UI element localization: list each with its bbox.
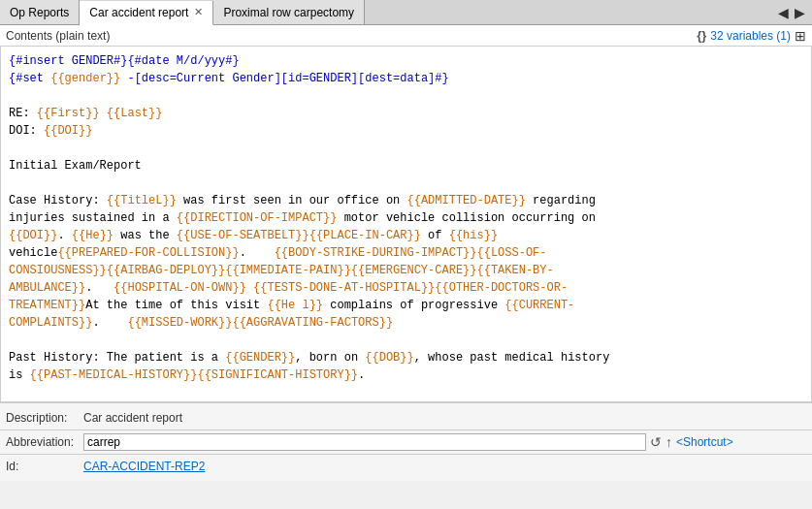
nav-right-arrow[interactable]: ▶ — [792, 5, 808, 20]
tabs-right-nav: ◀ ▶ — [775, 5, 812, 20]
tab-car-accident-label: Car accident report — [89, 6, 188, 19]
content-label: Contents (plain text) — [6, 29, 110, 43]
editor-line-3 — [9, 87, 803, 105]
editor-line-11: {{DOI}}. {{He}} was the {{USE-OF-SEATBEL… — [9, 227, 803, 244]
description-label: Description: — [6, 411, 83, 425]
description-row: Description: Car accident report — [0, 406, 812, 429]
editor-line-7: Initial Exam/Report — [9, 157, 803, 175]
editor-line-6 — [9, 140, 803, 157]
editor-line-8 — [9, 175, 803, 192]
editor-line-18: Past History: The patient is a {{GENDER}… — [9, 349, 803, 366]
bottom-section: Description: Car accident report Abbrevi… — [0, 402, 812, 481]
up-arrow-icon[interactable]: ↑ — [666, 434, 672, 450]
tabs-bar: Op Reports Car accident report ✕ Proxima… — [0, 0, 812, 25]
editor-line-10: injuries sustained in a {{DIRECTION-OF-I… — [9, 209, 803, 227]
abbreviation-input[interactable] — [83, 433, 646, 451]
id-link[interactable]: CAR-ACCIDENT-REP2 — [83, 460, 205, 473]
tab-car-accident[interactable]: Car accident report ✕ — [80, 1, 213, 25]
editor-area[interactable]: {#insert GENDER#}{#date M/d/yyy#} {#set … — [0, 47, 812, 402]
refresh-icon[interactable]: ↺ — [650, 434, 662, 450]
editor-line-2: {#set {{gender}} -[desc=Current Gender][… — [9, 70, 803, 87]
editor-line-17 — [9, 332, 803, 349]
abbreviation-actions: ↺ ↑ <Shortcut> — [650, 434, 733, 450]
editor-line-12: vehicle{{PREPARED-FOR-COLLISION}}. {{BOD… — [9, 244, 803, 262]
editor-line-5: DOI: {{DOI}} — [9, 122, 803, 140]
editor-line-15: TREATMENT}}At the time of this visit {{H… — [9, 297, 803, 314]
tab-proximal-row[interactable]: Proximal row carpectomy — [213, 0, 365, 24]
id-label: Id: — [6, 460, 83, 473]
shortcut-link[interactable]: <Shortcut> — [676, 435, 733, 449]
vars-braces-icon: {} — [697, 28, 706, 43]
editor-line-1: {#insert GENDER#}{#date M/d/yyy#} — [9, 52, 803, 70]
tab-car-accident-close[interactable]: ✕ — [194, 6, 203, 18]
vars-section: {} 32 variables (1) ⊞ — [697, 28, 806, 44]
abbreviation-label: Abbreviation: — [6, 435, 83, 449]
tab-op-reports[interactable]: Op Reports — [0, 0, 80, 24]
nav-left-arrow[interactable]: ◀ — [775, 5, 792, 20]
editor-line-14: AMBULANCE}}. {{HOSPITAL-ON-OWN}} {{TESTS… — [9, 279, 803, 297]
tab-proximal-row-label: Proximal row carpectomy — [223, 6, 354, 19]
id-row: Id: CAR-ACCIDENT-REP2 — [0, 455, 812, 478]
editor-line-4: RE: {{First}} {{Last}} — [9, 105, 803, 122]
tab-op-reports-label: Op Reports — [10, 6, 69, 19]
editor-line-19: is {{PAST-MEDICAL-HISTORY}}{{SIGNIFICANT… — [9, 366, 803, 384]
content-header: Contents (plain text) {} 32 variables (1… — [0, 25, 812, 47]
editor-line-9: Case History: {{TitleL}} was first seen … — [9, 192, 803, 209]
abbreviation-row: Abbreviation: ↺ ↑ <Shortcut> — [0, 430, 812, 454]
vars-link[interactable]: 32 variables (1) — [710, 29, 791, 43]
expand-icon[interactable]: ⊞ — [795, 28, 806, 44]
editor-line-13: CONSIOUSNESS}}{{AIRBAG-DEPLOY}}{{IMMEDIA… — [9, 262, 803, 279]
description-value: Car accident report — [83, 411, 182, 425]
editor-line-16: COMPLAINTS}}. {{MISSED-WORK}}{{AGGRAVATI… — [9, 314, 803, 332]
